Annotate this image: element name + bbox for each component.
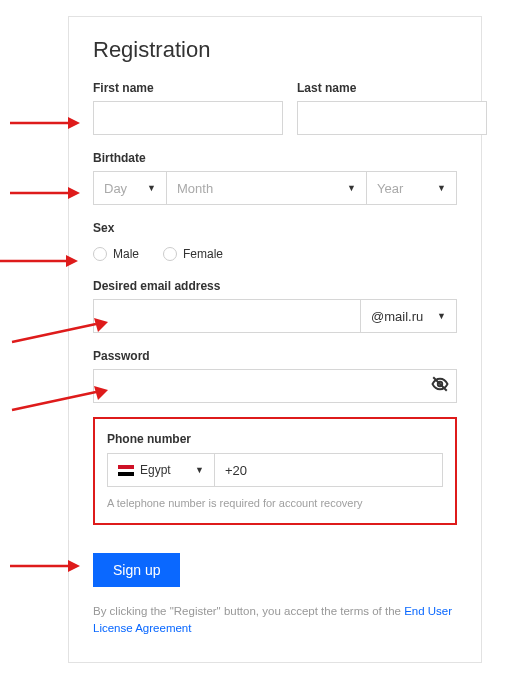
- month-select[interactable]: Month ▼: [167, 171, 367, 205]
- flag-icon: [118, 465, 134, 476]
- sex-radios: Male Female: [93, 247, 457, 261]
- password-wrap: [93, 369, 457, 403]
- year-placeholder: Year: [377, 181, 403, 196]
- chevron-down-icon: ▼: [195, 465, 204, 475]
- radio-icon: [163, 247, 177, 261]
- email-domain-value: @mail.ru: [371, 309, 423, 324]
- password-label: Password: [93, 349, 457, 363]
- name-row: First name Last name: [93, 81, 457, 135]
- day-select[interactable]: Day ▼: [93, 171, 167, 205]
- male-radio[interactable]: Male: [93, 247, 139, 261]
- birthdate-row: Day ▼ Month ▼ Year ▼: [93, 171, 457, 205]
- email-row: @mail.ru ▼: [93, 299, 457, 333]
- password-group: Password: [93, 349, 457, 417]
- password-input[interactable]: [93, 369, 457, 403]
- email-domain-select[interactable]: @mail.ru ▼: [361, 299, 457, 333]
- country-select[interactable]: Egypt ▼: [107, 453, 215, 487]
- email-label: Desired email address: [93, 279, 457, 293]
- phone-input[interactable]: [215, 453, 443, 487]
- signup-button[interactable]: Sign up: [93, 553, 180, 587]
- birthdate-label: Birthdate: [93, 151, 457, 165]
- year-select[interactable]: Year ▼: [367, 171, 457, 205]
- birthdate-group: Birthdate Day ▼ Month ▼ Year ▼: [93, 151, 457, 221]
- eye-off-icon[interactable]: [431, 375, 449, 397]
- country-value: Egypt: [118, 463, 171, 477]
- annotation-arrow: [0, 252, 78, 270]
- last-name-input[interactable]: [297, 101, 487, 135]
- phone-row: Egypt ▼: [107, 453, 443, 487]
- first-name-group: First name: [93, 81, 283, 135]
- last-name-group: Last name: [297, 81, 487, 135]
- male-label: Male: [113, 247, 139, 261]
- page-title: Registration: [93, 37, 457, 63]
- radio-icon: [93, 247, 107, 261]
- sex-label: Sex: [93, 221, 457, 235]
- female-label: Female: [183, 247, 223, 261]
- phone-label: Phone number: [107, 432, 191, 446]
- first-name-input[interactable]: [93, 101, 283, 135]
- day-placeholder: Day: [104, 181, 127, 196]
- chevron-down-icon: ▼: [347, 183, 356, 193]
- phone-hint: A telephone number is required for accou…: [107, 497, 443, 509]
- email-group: Desired email address @mail.ru ▼: [93, 279, 457, 349]
- email-input[interactable]: [93, 299, 361, 333]
- registration-form: Registration First name Last name Birthd…: [68, 16, 482, 663]
- chevron-down-icon: ▼: [437, 311, 446, 321]
- terms-prefix: By clicking the "Register" button, you a…: [93, 605, 404, 617]
- terms-text: By clicking the "Register" button, you a…: [93, 603, 457, 638]
- chevron-down-icon: ▼: [437, 183, 446, 193]
- chevron-down-icon: ▼: [147, 183, 156, 193]
- female-radio[interactable]: Female: [163, 247, 223, 261]
- last-name-label: Last name: [297, 81, 487, 95]
- sex-group: Sex Male Female: [93, 221, 457, 279]
- first-name-label: First name: [93, 81, 283, 95]
- phone-box: Phone number Egypt ▼ A telephone number …: [93, 417, 457, 525]
- month-placeholder: Month: [177, 181, 213, 196]
